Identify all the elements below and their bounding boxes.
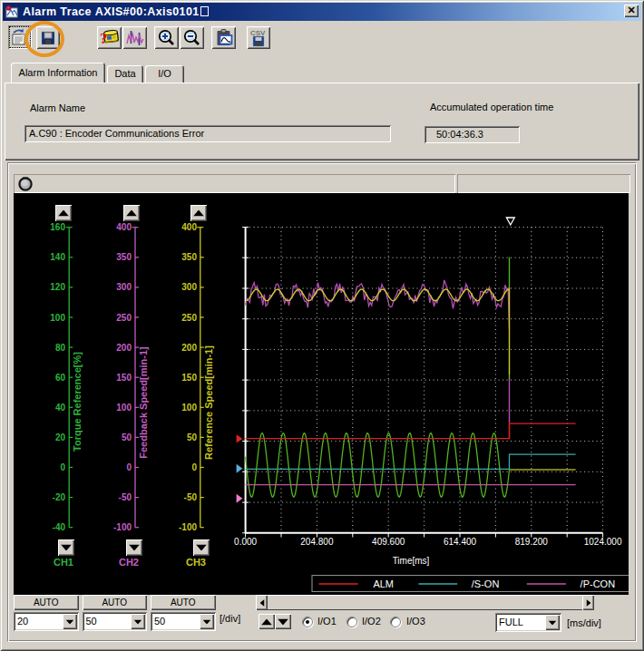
svg-text:0: 0 (60, 462, 65, 472)
svg-text:120: 120 (50, 282, 65, 292)
svg-text:100: 100 (116, 403, 132, 413)
svg-text:ALM: ALM (373, 578, 394, 589)
svg-text:50: 50 (122, 432, 132, 442)
svg-text:409.600: 409.600 (372, 537, 405, 547)
svg-text:-50: -50 (119, 492, 132, 502)
svg-text:-40: -40 (53, 522, 66, 532)
svg-text:150: 150 (181, 373, 197, 383)
svg-text:400: 400 (181, 222, 197, 232)
svg-text:300: 300 (181, 282, 197, 292)
svg-text:300: 300 (116, 282, 132, 292)
svg-text:-100: -100 (113, 522, 132, 532)
svg-text:50: 50 (187, 432, 198, 442)
svg-text:-50: -50 (184, 492, 198, 502)
svg-text:?: ? (100, 30, 108, 47)
svg-text:100: 100 (50, 313, 65, 323)
svg-text:250: 250 (116, 313, 132, 323)
svg-text:Time[ms]: Time[ms] (393, 556, 430, 566)
svg-text:200: 200 (116, 343, 132, 353)
svg-text:204.800: 204.800 (300, 537, 334, 547)
svg-text:160: 160 (50, 222, 65, 232)
svg-text:614.400: 614.400 (444, 537, 477, 547)
svg-text:Reference Speed[min-1]: Reference Speed[min-1] (203, 345, 214, 460)
svg-text:0.000: 0.000 (234, 537, 257, 547)
svg-text:100: 100 (181, 403, 197, 413)
svg-text:-20: -20 (53, 492, 66, 502)
svg-text:0: 0 (191, 462, 197, 472)
svg-text:/P-CON: /P-CON (581, 578, 616, 589)
svg-text:Torque Reference[%]: Torque Reference[%] (72, 352, 83, 452)
svg-text:-100: -100 (179, 522, 197, 532)
svg-text:350: 350 (181, 252, 197, 262)
svg-text:20: 20 (55, 432, 66, 442)
svg-text:250: 250 (181, 313, 197, 323)
svg-text:40: 40 (55, 403, 66, 413)
svg-text:Feedback Speed[min-1]: Feedback Speed[min-1] (138, 346, 149, 459)
svg-text:200: 200 (181, 343, 197, 353)
svg-text:140: 140 (50, 252, 65, 262)
svg-text:819.200: 819.200 (515, 537, 549, 547)
svg-text:60: 60 (55, 373, 66, 383)
svg-text:150: 150 (116, 373, 132, 383)
svg-text:1024.000: 1024.000 (584, 537, 622, 547)
svg-text:400: 400 (116, 222, 132, 232)
svg-text:/S-ON: /S-ON (472, 578, 500, 589)
svg-text:0: 0 (126, 462, 132, 472)
svg-text:80: 80 (55, 343, 66, 353)
svg-text:350: 350 (116, 252, 132, 262)
